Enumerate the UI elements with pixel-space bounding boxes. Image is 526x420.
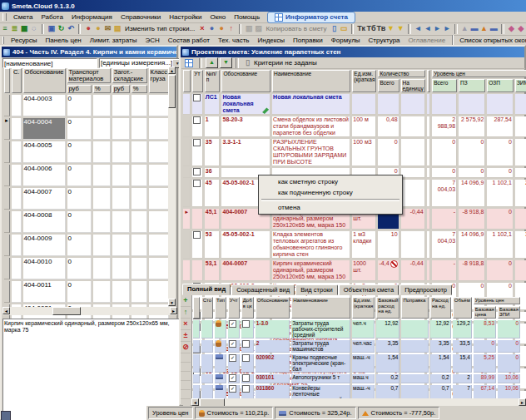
panel-toggle-button[interactable]: Структура: [365, 37, 404, 44]
cell-class[interactable]: [149, 95, 169, 116]
column-header[interactable]: На единицу: [401, 79, 425, 92]
cell-class[interactable]: [149, 118, 169, 140]
cell-class[interactable]: [149, 165, 169, 186]
estimate-row[interactable]: 53,1404-0007Кирпич керамический одинарны…: [183, 260, 526, 281]
cell-unit[interactable]: 1 м3 кладки: [352, 231, 376, 259]
cell-transport-pct[interactable]: [93, 235, 111, 256]
cell-transport-rub[interactable]: 0: [67, 258, 92, 279]
row-checkbox[interactable]: [193, 231, 201, 239]
move-up-icon[interactable]: ↑: [181, 307, 191, 319]
cell-base-zpi[interactable]: 0: [498, 354, 520, 373]
resource-row[interactable]: ✓030101Автопогрузчики 5 тмаш.ч0,20,2289,…: [193, 374, 520, 383]
cell-number[interactable]: 53,1: [205, 260, 221, 281]
column-header[interactable]: Объём: [453, 297, 472, 319]
cell-included[interactable]: ✓: [228, 374, 240, 383]
menu-item[interactable]: Помощь: [230, 12, 264, 22]
panel-toggle-button[interactable]: Лимит. затраты: [86, 37, 141, 44]
cell-zagot-rub[interactable]: [112, 118, 130, 140]
menu-item[interactable]: Справочники: [117, 12, 165, 22]
cell-transport-rub[interactable]: 0: [67, 165, 92, 186]
cell-correction[interactable]: [401, 374, 429, 383]
cell-base-zpi[interactable]: 0: [498, 320, 520, 338]
criteria-up-button[interactable]: ▲: [206, 57, 218, 68]
scroll-right-button[interactable]: ►: [170, 307, 177, 314]
cell-zagot-rub[interactable]: [112, 235, 130, 256]
cell-qty-per-unit[interactable]: [401, 94, 425, 115]
cell-unit[interactable]: чел.час: [352, 340, 375, 353]
cell-transport-pct[interactable]: [93, 95, 111, 116]
tab-info-account[interactable]: Информатор счета: [267, 12, 355, 23]
cell-included[interactable]: ✓: [228, 340, 240, 353]
cell-pz[interactable]: -8 918,8: [459, 209, 485, 230]
scrollbar-thumb[interactable]: [168, 75, 176, 108]
page-icon[interactable]: ▯: [330, 23, 339, 34]
cell-transport-rub[interactable]: 0: [67, 281, 92, 303]
cell-basis[interactable]: Новая локальная смета: [221, 94, 270, 115]
cell-transport-rub[interactable]: 0: [67, 188, 92, 210]
column-header[interactable]: С.: [12, 68, 22, 93]
cell-approved[interactable]: [192, 209, 203, 230]
cell-zagot-pct[interactable]: [132, 141, 147, 163]
column-header[interactable]: Всего: [378, 79, 399, 92]
level-right2-icon[interactable]: ►: [443, 23, 452, 34]
cell-volume[interactable]: 33,5: [453, 340, 472, 353]
cell-zagot-pct[interactable]: [132, 188, 147, 210]
column-header[interactable]: Базовый расход на ед.: [376, 297, 399, 319]
cell-name[interactable]: Кладка элементов тепловых агрегатов из о…: [272, 231, 350, 259]
cell-pz[interactable]: -8 918,8: [459, 260, 485, 281]
panel-toggle-button[interactable]: Ресурсы: [7, 37, 42, 44]
menu-item[interactable]: Смета: [9, 12, 37, 22]
cell-zagot-pct[interactable]: [132, 118, 147, 140]
cell-unit[interactable]: маш.ч: [352, 374, 375, 383]
cell-ozp[interactable]: 287,54: [487, 116, 514, 137]
column-header[interactable]: [183, 70, 191, 92]
column-header[interactable]: Обоснование: [256, 297, 290, 319]
cell-sto[interactable]: [201, 320, 213, 338]
cell-basis[interactable]: 3.3-1-1: [221, 139, 270, 166]
cell-type[interactable]: [215, 374, 226, 383]
column-header[interactable]: Всего: [432, 79, 457, 92]
cell-zagot-pct[interactable]: [132, 165, 147, 186]
copy-icon[interactable]: ▥: [245, 23, 254, 34]
cell-basis[interactable]: 45-05-002-1: [221, 231, 270, 259]
row-checkbox[interactable]: [242, 385, 250, 393]
material-row[interactable]: 404-00080: [4, 211, 169, 233]
scroll-left-button[interactable]: ◄: [191, 398, 199, 406]
panel-toggle-button[interactable]: Тех. часть: [214, 37, 254, 44]
cell-zim[interactable]: 2: [515, 180, 526, 207]
column-header[interactable]: Тип: [215, 297, 226, 319]
column-header[interactable]: Уровень цен: [432, 70, 526, 77]
truck-icon[interactable]: ▬: [470, 23, 479, 34]
panel-toggle-button[interactable]: ЭСН: [141, 37, 163, 44]
cell-approved[interactable]: [192, 139, 203, 166]
mail-icon[interactable]: ✉: [103, 23, 112, 34]
cell-name[interactable]: Автопогрузчики 5 т: [291, 374, 350, 383]
row-checkbox[interactable]: [193, 139, 201, 146]
panel-toggle-button-disabled[interactable]: Оглавление: [404, 37, 450, 44]
cell-approved[interactable]: [192, 116, 203, 137]
panel-toggle-button[interactable]: Поправки: [289, 37, 327, 44]
cell-qty-per-unit[interactable]: -0,44: [401, 209, 425, 230]
cell-zim[interactable]: [515, 168, 526, 178]
scroll-left-button[interactable]: ◄: [2, 307, 10, 314]
cell-transport-rub[interactable]: 0: [67, 118, 92, 140]
cell-price-total[interactable]: 0: [432, 168, 457, 178]
cell-name[interactable]: РАЗРЫХЛЕНИЕ СКАЛЬНЫХ ГРУНТОВ ШПУРОВЫМИ З…: [272, 139, 350, 166]
cancel-icon[interactable]: ⊘: [181, 342, 191, 353]
cell-zagot-pct[interactable]: [132, 235, 147, 256]
menu-item[interactable]: Окно: [206, 12, 231, 22]
flag-tb-icon[interactable]: Тб: [366, 23, 375, 34]
cell-ozp[interactable]: 0: [487, 168, 514, 178]
column-header[interactable]: ЗИМ: [515, 79, 526, 92]
cell-correction[interactable]: [401, 320, 429, 338]
column-header[interactable]: Расход на ед.: [430, 297, 451, 319]
cell-pz[interactable]: 14 096,9: [459, 231, 485, 259]
cell-type[interactable]: [215, 320, 226, 338]
cell-ozp[interactable]: 1 102,1: [487, 180, 514, 207]
cell-included[interactable]: ✓: [228, 354, 240, 373]
panel-toggle-button[interactable]: Состав работ: [164, 37, 214, 44]
cell-base-price[interactable]: 0: [474, 340, 496, 353]
cell-class[interactable]: [149, 281, 169, 303]
cell-qty-total[interactable]: 0,48: [378, 116, 399, 137]
add-row-icon[interactable]: +: [181, 295, 191, 307]
